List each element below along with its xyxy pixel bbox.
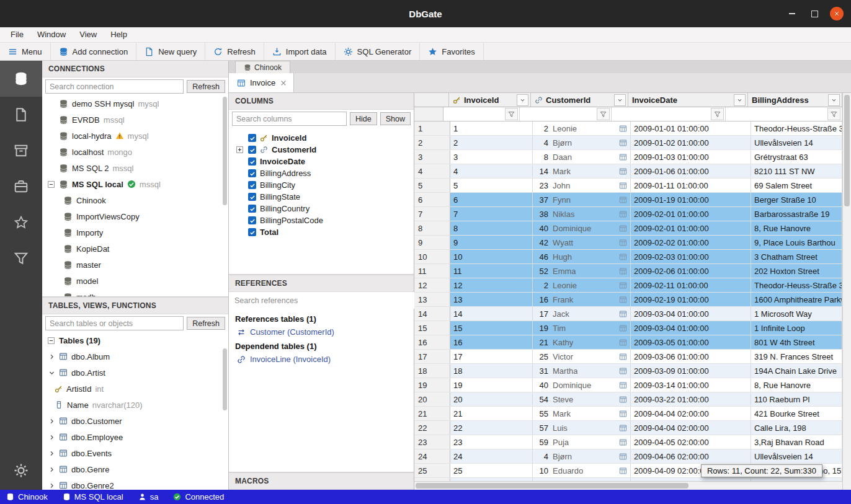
grid-row-6[interactable]: 6637Fynn2009-01-19 01:00:00Berger Straße… <box>414 193 842 207</box>
cell-invoiceid[interactable]: 23 <box>450 435 533 449</box>
column-item-artistid[interactable]: ArtistIdint <box>42 381 228 397</box>
cell-invoicedate[interactable]: 2009-04-04 02:00:00 <box>631 421 751 435</box>
reference-link-customer-customerid[interactable]: Customer (CustomerId) <box>229 325 414 338</box>
cell-billingaddress[interactable]: Grétrystraat 63 <box>751 150 842 164</box>
row-number[interactable]: 22 <box>414 421 450 435</box>
grid-horizontal-scrollbar[interactable] <box>414 481 842 490</box>
cell-billingaddress[interactable]: 194A Chain Lake Drive <box>751 364 842 378</box>
menu-help[interactable]: Help <box>104 27 134 42</box>
cell-billingaddress[interactable]: Berger Straße 10 <box>751 193 842 206</box>
grid-row-12[interactable]: 12122Leonie2009-02-11 01:00:00Theodor-He… <box>414 278 842 293</box>
row-number[interactable]: 2 <box>414 136 450 149</box>
filter-button-invoiceid[interactable] <box>505 108 518 120</box>
filter-input-customerid[interactable] <box>520 107 597 121</box>
cell-invoiceid[interactable]: 11 <box>450 264 533 278</box>
cell-customerid[interactable]: 59Puja <box>533 435 631 449</box>
cell-billingaddress[interactable]: 3 Chatham Street <box>751 250 842 263</box>
cell-invoiceid[interactable]: 19 <box>450 378 533 392</box>
cell-billingaddress[interactable]: 1 Infinite Loop <box>751 321 842 335</box>
cell-billingaddress[interactable]: 110 Raeburn Pl <box>751 392 842 406</box>
activity-connections[interactable] <box>0 61 42 97</box>
connection-item-localhost[interactable]: localhostmongo <box>42 144 228 160</box>
grid-row-2[interactable]: 224Bjørn2009-01-02 01:00:00Ullevålsveien… <box>414 136 842 150</box>
row-number[interactable]: 13 <box>414 293 450 306</box>
column-checkbox[interactable] <box>248 146 256 154</box>
cell-invoiceid[interactable]: 2 <box>450 136 533 149</box>
cell-billingaddress[interactable]: Barbarossastraße 19 <box>751 207 842 221</box>
grid-row-8[interactable]: 8840Dominique2009-02-01 01:00:008, Rue H… <box>414 221 842 236</box>
grid-row-20[interactable]: 202054Steve2009-03-22 01:00:00110 Raebur… <box>414 392 842 407</box>
table-item-dbo-customer[interactable]: dbo.Customer <box>42 413 228 429</box>
column-toggle-customerid[interactable]: CustomerId <box>229 144 414 156</box>
table-item-dbo-genre2[interactable]: dbo.Genre2 <box>42 477 228 490</box>
connection-item-model[interactable]: model <box>42 273 228 289</box>
connection-item-msdb[interactable]: msdb <box>42 289 228 296</box>
cell-customerid[interactable]: 40Dominique <box>533 221 631 235</box>
connection-item-demo-ssh-mysql[interactable]: demo SSH mysqlmysql <box>42 95 228 112</box>
toolbar-new-query-button[interactable]: New query <box>136 43 205 60</box>
cell-invoicedate[interactable]: 2009-02-11 01:00:00 <box>631 278 751 292</box>
cell-customerid[interactable]: 16Frank <box>533 293 631 306</box>
table-item-dbo-album[interactable]: dbo.Album <box>42 348 228 365</box>
connections-refresh-button[interactable]: Refresh <box>187 80 225 93</box>
cell-customerid[interactable]: 40Dominique <box>533 378 631 392</box>
cell-billingaddress[interactable]: 8210 111 ST NW <box>751 164 842 178</box>
column-dropdown-button[interactable] <box>517 94 528 106</box>
tab-invoice[interactable]: Invoice <box>229 73 294 92</box>
cell-invoicedate[interactable]: 2009-01-06 01:00:00 <box>631 164 751 178</box>
column-dropdown-button[interactable] <box>828 94 840 106</box>
cell-invoicedate[interactable]: 2009-02-01 01:00:00 <box>631 221 751 235</box>
tree-expander[interactable] <box>47 180 55 188</box>
cell-invoicedate[interactable]: 2009-01-02 01:00:00 <box>631 136 751 149</box>
filter-button-billingaddress[interactable] <box>827 108 840 120</box>
activity-filters[interactable] <box>0 241 42 276</box>
toolbar-sql-generator-button[interactable]: SQL Generator <box>336 43 421 60</box>
row-number[interactable]: 7 <box>414 207 450 221</box>
grid-row-4[interactable]: 4414Mark2009-01-06 01:00:008210 111 ST N… <box>414 164 842 179</box>
cell-customerid[interactable]: 52Emma <box>533 264 631 278</box>
column-toggle-billingcity[interactable]: BillingCity <box>229 179 414 191</box>
connection-item-importy[interactable]: Importy <box>42 224 228 241</box>
cell-invoiceid[interactable]: 17 <box>450 350 533 363</box>
cell-invoiceid[interactable]: 18 <box>450 364 533 378</box>
table-item-dbo-employee[interactable]: dbo.Employee <box>42 429 228 445</box>
cell-customerid[interactable]: 55Mark <box>533 407 631 420</box>
row-number[interactable]: 9 <box>414 236 450 249</box>
grid-row-5[interactable]: 5523John2009-01-11 01:00:0069 Salem Stre… <box>414 179 842 193</box>
row-number[interactable]: 5 <box>414 179 450 192</box>
cell-invoicedate[interactable]: 2009-02-06 01:00:00 <box>631 264 751 278</box>
grid-row-15[interactable]: 151519Tim2009-03-04 01:00:001 Infinite L… <box>414 321 842 335</box>
row-number[interactable]: 12 <box>414 278 450 292</box>
cell-invoicedate[interactable]: 2009-03-05 01:00:00 <box>631 335 751 349</box>
cell-invoiceid[interactable]: 1 <box>450 122 533 135</box>
cell-invoicedate[interactable]: 2009-02-02 01:00:00 <box>631 236 751 249</box>
cell-customerid[interactable]: 38Niklas <box>533 207 631 221</box>
cell-invoicedate[interactable]: 2009-02-19 01:00:00 <box>631 293 751 306</box>
table-item-dbo-events[interactable]: dbo.Events <box>42 445 228 461</box>
cell-billingaddress[interactable]: Theodor-Heuss-Straße 34 <box>751 278 842 292</box>
connection-item-importviewscopy[interactable]: ImportViewsCopy <box>42 208 228 224</box>
connection-item-local-hydra[interactable]: local-hydramysql <box>42 128 228 144</box>
cell-invoiceid[interactable]: 24 <box>450 449 533 463</box>
connection-item-ms-sql-2[interactable]: MS SQL 2mssql <box>42 160 228 176</box>
cell-invoicedate[interactable]: 2009-02-03 01:00:00 <box>631 250 751 263</box>
column-toggle-invoicedate[interactable]: InvoiceDate <box>229 156 414 167</box>
tables-scrollbar[interactable] <box>223 348 227 410</box>
cell-billingaddress[interactable]: 202 Hoxton Street <box>751 264 842 278</box>
cell-customerid[interactable]: 4Bjørn <box>533 449 631 463</box>
minimize-button[interactable] <box>785 7 799 20</box>
grid-row-19[interactable]: 191940Dominique2009-03-14 01:00:008, Rue… <box>414 378 842 392</box>
row-number[interactable]: 15 <box>414 321 450 335</box>
cell-invoiceid[interactable]: 25 <box>450 464 533 477</box>
cell-invoiceid[interactable]: 12 <box>450 278 533 292</box>
activity-files[interactable] <box>0 97 42 133</box>
cell-invoiceid[interactable]: 21 <box>450 407 533 420</box>
cell-customerid[interactable]: 2Leonie <box>533 122 631 135</box>
cell-invoicedate[interactable]: 2009-04-05 02:00:00 <box>631 435 751 449</box>
table-item-dbo-genre[interactable]: dbo.Genre <box>42 461 228 477</box>
grid-row-3[interactable]: 338Daan2009-01-03 01:00:00Grétrystraat 6… <box>414 150 842 164</box>
grid-row-17[interactable]: 171725Victor2009-03-06 01:00:00319 N. Fr… <box>414 350 842 364</box>
tree-expander[interactable] <box>47 337 55 345</box>
cell-invoiceid[interactable]: 8 <box>450 221 533 235</box>
row-number[interactable]: 24 <box>414 449 450 463</box>
